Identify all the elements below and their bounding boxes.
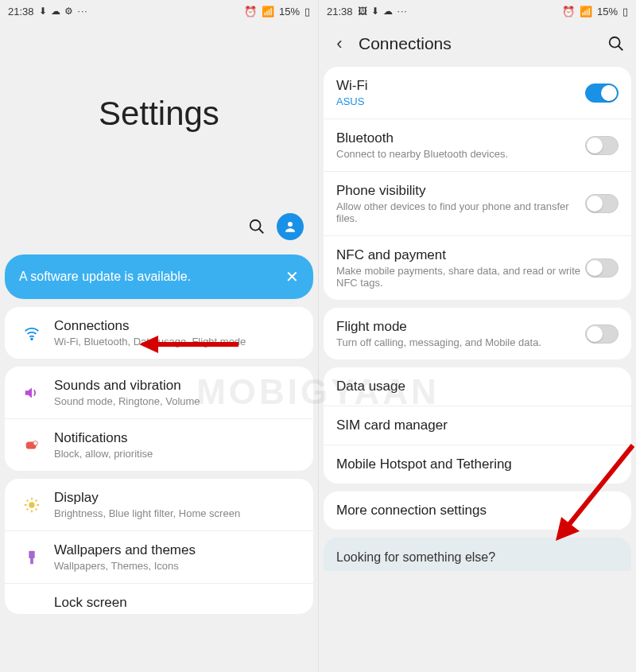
settings-item-lockscreen[interactable]: Lock screen [5, 584, 313, 614]
connections-group-2: Flight mode Turn off calling, messaging,… [324, 308, 631, 359]
item-title: SIM card manager [336, 418, 619, 433]
footer-hint: Looking for something else? [324, 538, 631, 571]
speaker-icon [17, 384, 46, 402]
svg-point-3 [31, 338, 33, 340]
connections-group-1: Wi-Fi ASUS Bluetooth Connect to nearby B… [324, 67, 631, 300]
connections-pane: 21:38 🖼 ⬇ ☁ ··· ⏰ 📶 15% ▯ ‹ Connections … [318, 0, 636, 672]
alarm-icon: ⏰ [562, 6, 575, 17]
item-sub: Sound mode, Ringtone, Volume [54, 395, 301, 407]
connection-item-sim-manager[interactable]: SIM card manager [324, 406, 631, 445]
connections-group-3: Data usage SIM card manager Mobile Hotsp… [324, 367, 631, 484]
update-banner[interactable]: A software update is available. ✕ [5, 254, 313, 299]
settings-group-3: Display Brightness, Blue light filter, H… [5, 479, 313, 614]
item-sub: Make mobile payments, share data, and re… [336, 265, 585, 289]
connection-item-bluetooth[interactable]: Bluetooth Connect to nearby Bluetooth de… [324, 119, 631, 172]
battery-text: 15% [597, 6, 618, 17]
svg-line-1 [259, 229, 264, 234]
connection-item-more-settings[interactable]: More connection settings [324, 491, 631, 530]
svg-line-13 [27, 508, 29, 510]
battery-text: 15% [279, 6, 300, 17]
item-title: Wallpapers and themes [54, 542, 301, 558]
settings-item-display[interactable]: Display Brightness, Blue light filter, H… [5, 479, 313, 531]
alarm-icon: ⏰ [244, 6, 257, 17]
connection-item-phone-visibility[interactable]: Phone visibility Allow other devices to … [324, 172, 631, 236]
signal-icon: 📶 [580, 6, 592, 17]
item-title: Data usage [336, 379, 619, 394]
connections-group-4: More connection settings [324, 491, 631, 530]
svg-point-0 [250, 220, 261, 231]
brightness-icon [17, 496, 46, 514]
item-title: Flight mode [336, 319, 585, 335]
svg-line-12 [36, 508, 37, 510]
item-title: Sounds and vibration [54, 378, 301, 394]
status-time: 21:38 [8, 6, 34, 17]
page-title: Settings [0, 22, 318, 205]
footer-text: Looking for something else? [336, 550, 495, 564]
settings-item-wallpapers[interactable]: Wallpapers and themes Wallpapers, Themes… [5, 531, 313, 584]
item-sub: Block, allow, prioritise [54, 448, 301, 460]
status-bar: 21:38 🖼 ⬇ ☁ ··· ⏰ 📶 15% ▯ [319, 0, 636, 22]
item-sub: Allow other devices to find your phone a… [336, 200, 585, 224]
settings-group-2: Sounds and vibration Sound mode, Rington… [5, 367, 313, 471]
settings-group-1: Connections Wi-Fi, Bluetooth, Data usage… [5, 307, 313, 359]
item-sub: Wi-Fi, Bluetooth, Data usage, Flight mod… [54, 336, 301, 348]
flight-mode-toggle[interactable] [585, 324, 619, 344]
settings-main-pane: 21:38 ⬇ ☁ ⚙ ··· ⏰ 📶 15% ▯ Settings A sof… [0, 0, 318, 672]
search-icon[interactable] [607, 35, 625, 52]
svg-rect-15 [29, 550, 34, 557]
brush-icon [17, 549, 46, 566]
notification-icon [17, 437, 46, 454]
item-title: Notifications [54, 430, 301, 446]
svg-point-5 [33, 441, 38, 445]
battery-icon: ▯ [622, 6, 628, 17]
person-icon [283, 219, 297, 234]
wifi-toggle[interactable] [585, 84, 619, 103]
svg-line-20 [619, 46, 623, 51]
connection-item-hotspot-tethering[interactable]: Mobile Hotspot and Tethering [324, 445, 631, 484]
settings-item-sounds[interactable]: Sounds and vibration Sound mode, Rington… [5, 367, 313, 419]
svg-rect-16 [30, 557, 33, 563]
item-sub: Wallpapers, Themes, Icons [54, 560, 301, 572]
item-sub: Connect to nearby Bluetooth devices. [336, 148, 585, 160]
svg-point-19 [610, 37, 620, 48]
connection-item-data-usage[interactable]: Data usage [324, 367, 631, 406]
signal-icon: 📶 [262, 6, 274, 17]
svg-line-14 [36, 499, 37, 501]
item-title: Phone visibility [336, 183, 585, 199]
item-title: Mobile Hotspot and Tethering [336, 456, 619, 472]
status-left-icons: 🖼 ⬇ ☁ ··· [358, 6, 408, 17]
item-sub: ASUS [336, 95, 585, 107]
search-icon[interactable] [248, 218, 266, 235]
item-title: Bluetooth [336, 130, 585, 146]
svg-line-11 [27, 499, 29, 501]
connection-item-wifi[interactable]: Wi-Fi ASUS [324, 67, 631, 119]
visibility-toggle[interactable] [585, 194, 619, 213]
status-time: 21:38 [327, 6, 353, 17]
item-title: Display [54, 490, 301, 506]
close-icon[interactable]: ✕ [285, 267, 299, 286]
item-title: Lock screen [54, 595, 301, 611]
settings-item-notifications[interactable]: Notifications Block, allow, prioritise [5, 419, 313, 471]
banner-text: A software update is available. [19, 270, 191, 284]
nfc-toggle[interactable] [585, 258, 619, 278]
svg-point-2 [288, 222, 293, 227]
item-sub: Turn off calling, messaging, and Mobile … [336, 336, 585, 348]
item-title: Connections [54, 318, 301, 334]
svg-point-6 [29, 502, 34, 507]
account-button[interactable] [277, 213, 304, 240]
wifi-icon [17, 324, 46, 342]
back-button[interactable]: ‹ [330, 33, 349, 54]
page-title: Connections [359, 34, 607, 53]
page-header: ‹ Connections [319, 22, 636, 62]
status-left-icons: ⬇ ☁ ⚙ ··· [39, 6, 88, 17]
status-bar: 21:38 ⬇ ☁ ⚙ ··· ⏰ 📶 15% ▯ [0, 0, 318, 22]
item-sub: Brightness, Blue light filter, Home scre… [54, 507, 301, 519]
bluetooth-toggle[interactable] [585, 136, 619, 155]
connection-item-nfc[interactable]: NFC and payment Make mobile payments, sh… [324, 236, 631, 300]
item-title: NFC and payment [336, 247, 585, 263]
item-title: Wi-Fi [336, 78, 585, 94]
connection-item-flight-mode[interactable]: Flight mode Turn off calling, messaging,… [324, 308, 631, 359]
battery-icon: ▯ [304, 6, 310, 17]
item-title: More connection settings [336, 503, 619, 519]
settings-item-connections[interactable]: Connections Wi-Fi, Bluetooth, Data usage… [5, 307, 313, 359]
